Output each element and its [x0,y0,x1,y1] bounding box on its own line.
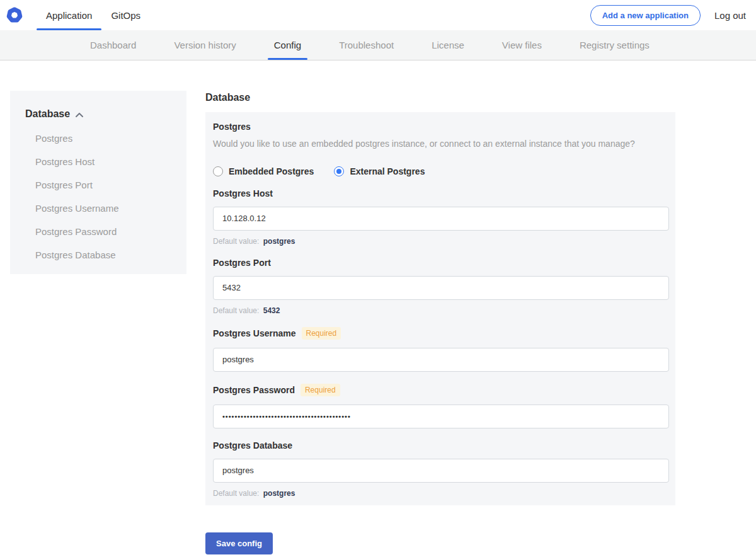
header-tabs: Application GitOps [37,0,150,30]
required-badge: Required [302,327,341,340]
field-default-hint: Default value: postgres [213,489,669,498]
config-group-title: Postgres [213,122,669,132]
app-subnav: Dashboard Version history Config Trouble… [0,30,756,60]
sidebar-item-postgres-password[interactable]: Postgres Password [25,226,180,237]
field-input-postgres-database[interactable] [213,459,669,483]
required-badge: Required [301,384,340,396]
radio-button-icon [213,166,223,176]
radio-option-label: External Postgres [350,166,425,176]
sidebar-item-postgres[interactable]: Postgres [25,133,180,144]
config-group-panel: Postgres Would you like to use an embedd… [205,112,675,505]
subnav-tab-label: License [432,40,464,50]
default-value-text: 5432 [263,306,280,315]
config-group-help-text: Would you like to use an embedded postgr… [213,138,669,151]
default-value-prefix: Default value: [213,306,261,315]
default-value-prefix: Default value: [213,489,261,498]
subnav-tab-version-history[interactable]: Version history [168,30,242,60]
header-tab-gitops[interactable]: GitOps [101,0,150,30]
add-new-application-button[interactable]: Add a new application [590,5,701,26]
subnav-tab-label: Troubleshoot [339,40,394,50]
content-area: Database Postgres Postgres Host Postgres… [0,60,756,557]
page-title: Database [205,92,675,103]
field-label: Postgres Username [213,328,296,338]
field-default-hint: Default value: postgres [213,237,669,246]
subnav-tab-dashboard[interactable]: Dashboard [84,30,142,60]
default-value-text: postgres [263,237,295,246]
field-input-postgres-port[interactable] [213,276,669,300]
config-field-postgres-host: Postgres Host Default value: postgres [213,188,669,246]
header-tab-label: GitOps [111,10,140,21]
radio-option-label: Embedded Postgres [229,166,314,176]
sidebar-group-database[interactable]: Database [25,108,180,120]
header-tab-label: Application [46,10,92,21]
config-sidebar: Database Postgres Postgres Host Postgres… [10,91,186,274]
radio-option-external-postgres[interactable]: External Postgres [334,166,425,176]
field-label: Postgres Port [213,258,271,268]
config-field-postgres-password: Postgres Password Required [213,384,669,428]
subnav-tab-license[interactable]: License [425,30,471,60]
sidebar-item-postgres-username[interactable]: Postgres Username [25,203,180,214]
subnav-tab-troubleshoot[interactable]: Troubleshoot [333,30,400,60]
subnav-tab-label: View files [502,40,542,50]
logout-link[interactable]: Log out [714,10,746,21]
config-field-postgres-username: Postgres Username Required [213,327,669,372]
sidebar-item-list: Postgres Postgres Host Postgres Port Pos… [25,133,180,260]
header-tab-application[interactable]: Application [37,0,101,30]
field-default-hint: Default value: 5432 [213,306,669,315]
subnav-tab-label: Version history [174,40,236,50]
field-input-postgres-host[interactable] [213,207,669,231]
sidebar-group-label: Database [25,108,70,120]
sidebar-item-postgres-port[interactable]: Postgres Port [25,180,180,190]
default-value-text: postgres [263,489,295,498]
sidebar-item-postgres-database[interactable]: Postgres Database [25,250,180,260]
subnav-tab-view-files[interactable]: View files [496,30,548,60]
subnav-tab-config[interactable]: Config [268,30,307,60]
default-value-prefix: Default value: [213,237,261,246]
save-config-button[interactable]: Save config [205,532,273,554]
subnav-tab-label: Config [274,40,301,50]
subnav-tab-label: Dashboard [90,40,136,50]
sidebar-item-postgres-host[interactable]: Postgres Host [25,156,180,167]
chevron-up-icon [75,109,84,120]
config-field-postgres-port: Postgres Port Default value: 5432 [213,258,669,315]
subnav-tab-label: Registry settings [580,40,650,50]
top-header: Application GitOps Add a new application… [0,0,756,30]
postgres-radio-group: Embedded Postgres External Postgres [213,166,669,176]
radio-button-icon [334,166,344,176]
field-label: Postgres Database [213,440,292,451]
field-input-postgres-password[interactable] [213,405,669,428]
field-label: Postgres Password [213,385,295,395]
radio-option-embedded-postgres[interactable]: Embedded Postgres [213,166,314,176]
field-label: Postgres Host [213,188,273,198]
field-input-postgres-username[interactable] [213,348,669,372]
subnav-tab-registry-settings[interactable]: Registry settings [573,30,656,60]
config-field-postgres-database: Postgres Database Default value: postgre… [213,440,669,498]
config-main: Database Postgres Would you like to use … [205,91,675,557]
config-fields: Postgres Host Default value: postgres Po… [213,188,669,498]
app-logo-icon[interactable] [6,7,23,23]
